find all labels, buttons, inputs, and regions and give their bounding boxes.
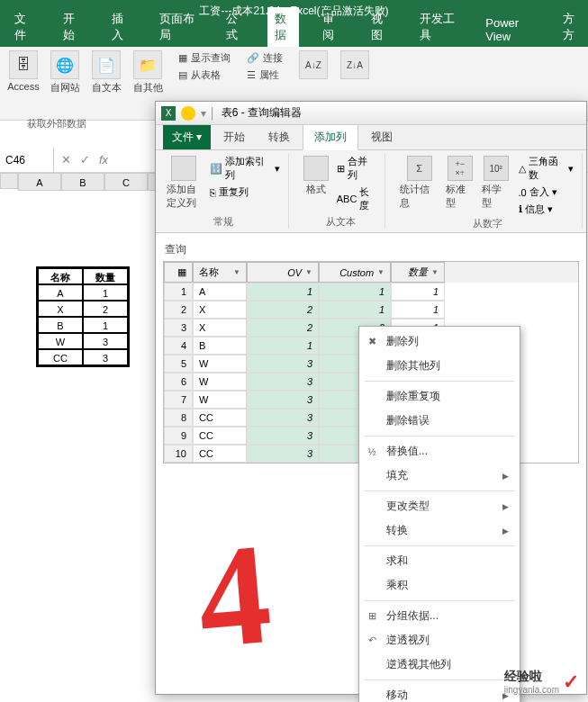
qe-titlebar[interactable]: X ▾ │ 表6 - 查询编辑器 bbox=[156, 102, 586, 125]
btn-format[interactable]: 格式 bbox=[302, 154, 330, 213]
btn-trig[interactable]: △三角函数 ▾ bbox=[516, 154, 576, 183]
cell[interactable]: X bbox=[38, 301, 83, 317]
cell-ov[interactable]: 3 bbox=[247, 373, 319, 391]
cell-name[interactable]: CC bbox=[193, 445, 247, 463]
btn-custom-col[interactable]: 添加自定义列 bbox=[165, 154, 204, 212]
btn-properties[interactable]: ☰ 属性 bbox=[243, 68, 286, 83]
dropdown-icon[interactable]: ▼ bbox=[305, 268, 312, 276]
tab-file[interactable]: 文件 bbox=[7, 7, 40, 47]
cell-name[interactable]: X bbox=[193, 319, 247, 337]
btn-connections[interactable]: 🔗 连接 bbox=[243, 50, 286, 66]
cancel-icon[interactable]: ✕ bbox=[61, 153, 71, 166]
btn-dup-col[interactable]: ⎘重复列 bbox=[207, 184, 283, 200]
fx-icon[interactable]: fx bbox=[99, 153, 108, 166]
btn-sort-az[interactable]: A↓Z bbox=[295, 50, 331, 79]
cell-ov[interactable]: 2 bbox=[247, 319, 319, 337]
btn-round[interactable]: .0舍入 ▾ bbox=[516, 184, 576, 200]
cell[interactable]: 3 bbox=[83, 333, 128, 349]
btn-from-table[interactable]: ▤ 从表格 bbox=[175, 68, 234, 83]
cell-ov[interactable]: 3 bbox=[247, 409, 319, 427]
btn-stats[interactable]: Σ 统计信息 bbox=[398, 154, 439, 217]
btn-scientific[interactable]: 10² 科学型 bbox=[480, 154, 512, 217]
menu-replace[interactable]: ½替换值... bbox=[359, 439, 520, 464]
cell[interactable]: 2 bbox=[83, 301, 128, 317]
col-header-qty[interactable]: 数量▼ bbox=[391, 262, 445, 283]
btn-from-web[interactable]: 🌐 自网站 bbox=[47, 50, 83, 94]
cell-name[interactable]: W bbox=[193, 355, 247, 373]
cell-name[interactable]: CC bbox=[193, 427, 247, 445]
tab-formula[interactable]: 公式 bbox=[219, 7, 251, 47]
btn-info[interactable]: ℹ信息 ▾ bbox=[516, 202, 576, 217]
menu-unpivot[interactable]: ↶逆透视列 bbox=[359, 628, 520, 652]
cell-name[interactable]: W bbox=[193, 373, 247, 391]
btn-index-col[interactable]: 🔢添加索引列 ▾ bbox=[207, 154, 283, 183]
col-header-custom[interactable]: Custom▼ bbox=[319, 262, 391, 283]
tab-fangfang[interactable]: 方方 bbox=[556, 7, 588, 47]
btn-from-other[interactable]: 📁 自其他 bbox=[130, 50, 166, 94]
btn-from-text[interactable]: 📄 自文本 bbox=[88, 50, 124, 94]
menu-remove-other[interactable]: 删除其他列 bbox=[359, 354, 520, 378]
cell-qty[interactable]: 1 bbox=[391, 301, 445, 319]
menu-sum[interactable]: 求和 bbox=[359, 549, 520, 573]
col-header-b[interactable]: B bbox=[61, 173, 104, 191]
cell-ov[interactable]: 1 bbox=[247, 337, 319, 355]
menu-change-type[interactable]: 更改类型▶ bbox=[359, 494, 520, 518]
menu-remove-err[interactable]: 删除错误 bbox=[359, 409, 520, 433]
col-header-a[interactable]: A bbox=[18, 173, 61, 191]
tab-insert[interactable]: 插入 bbox=[104, 7, 137, 47]
menu-transform[interactable]: 转换▶ bbox=[359, 518, 520, 543]
menu-unpivot-other[interactable]: 逆透视其他列 bbox=[359, 652, 520, 677]
cell[interactable]: 1 bbox=[83, 317, 128, 333]
cell-ov[interactable]: 3 bbox=[247, 427, 319, 445]
btn-length[interactable]: ABC长度 bbox=[334, 184, 380, 213]
menu-move[interactable]: 移动▶ bbox=[359, 683, 520, 702]
cell[interactable]: CC bbox=[38, 349, 83, 365]
cell[interactable]: A bbox=[38, 284, 83, 301]
tab-powerview[interactable]: Power View bbox=[478, 13, 539, 47]
btn-sort-za[interactable]: Z↓A bbox=[337, 50, 373, 79]
table-header-name[interactable]: 名称 bbox=[38, 268, 83, 284]
cell-name[interactable]: X bbox=[193, 301, 247, 319]
cell-custom[interactable]: 1 bbox=[319, 283, 391, 301]
qe-tab-file[interactable]: 文件 ▾ bbox=[163, 125, 211, 149]
qe-tab-transform[interactable]: 转换 bbox=[258, 125, 301, 149]
tab-view[interactable]: 视图 bbox=[364, 7, 396, 47]
tab-review[interactable]: 审阅 bbox=[315, 7, 348, 47]
cell-ov[interactable]: 3 bbox=[247, 445, 319, 463]
cell[interactable]: 1 bbox=[83, 284, 128, 301]
col-header-name[interactable]: 名称▼ bbox=[193, 262, 247, 283]
table-row[interactable]: 2X211 bbox=[164, 301, 578, 319]
menu-remove-dup[interactable]: 删除重复项 bbox=[359, 384, 520, 409]
menu-product[interactable]: 乘积 bbox=[359, 573, 520, 598]
menu-remove-col[interactable]: ✖删除列 bbox=[359, 329, 520, 354]
name-box[interactable]: C46 bbox=[0, 148, 54, 172]
cell-ov[interactable]: 3 bbox=[247, 355, 319, 373]
menu-groupby[interactable]: ⊞分组依据... bbox=[359, 604, 520, 628]
btn-merge[interactable]: ⊞合并列 bbox=[334, 154, 380, 183]
cell-name[interactable]: B bbox=[193, 337, 247, 355]
btn-standard[interactable]: +−×÷ 标准型 bbox=[444, 154, 476, 217]
col-header-ov[interactable]: OV▼ bbox=[247, 262, 319, 283]
dropdown-icon[interactable]: ▼ bbox=[377, 268, 384, 276]
cell[interactable]: W bbox=[38, 333, 83, 349]
qe-tab-addcol[interactable]: 添加列 bbox=[303, 124, 358, 150]
cell-ov[interactable]: 1 bbox=[247, 283, 319, 301]
btn-from-access[interactable]: 🗄 Access bbox=[5, 50, 41, 94]
tab-dev[interactable]: 开发工具 bbox=[412, 7, 463, 47]
cell-ov[interactable]: 3 bbox=[247, 391, 319, 409]
row-corner[interactable]: ▦ bbox=[164, 262, 193, 283]
cell-custom[interactable]: 1 bbox=[319, 301, 391, 319]
cell-ov[interactable]: 2 bbox=[247, 301, 319, 319]
dropdown-icon[interactable]: ▼ bbox=[431, 268, 439, 276]
btn-show-query[interactable]: ▦ 显示查询 bbox=[175, 50, 234, 66]
cell[interactable]: B bbox=[38, 317, 83, 333]
select-all-corner[interactable] bbox=[0, 173, 18, 189]
tab-home[interactable]: 开始 bbox=[56, 7, 88, 47]
table-header-qty[interactable]: 数量 bbox=[83, 268, 128, 284]
dropdown-icon[interactable]: ▼ bbox=[233, 268, 240, 276]
cell-qty[interactable]: 1 bbox=[391, 283, 445, 301]
qe-tab-home[interactable]: 开始 bbox=[213, 125, 256, 149]
cell-name[interactable]: A bbox=[193, 283, 247, 301]
cell-name[interactable]: CC bbox=[193, 409, 247, 427]
menu-fill[interactable]: 填充▶ bbox=[359, 464, 520, 488]
